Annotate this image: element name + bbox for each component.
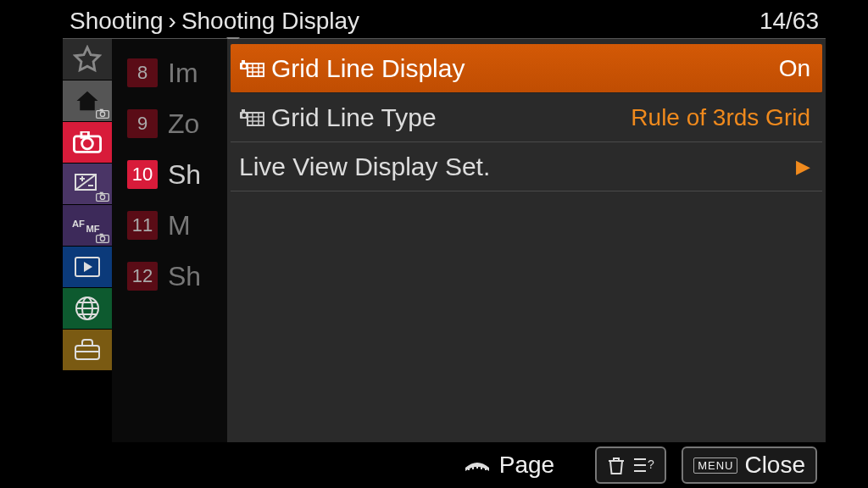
tab-setup[interactable] <box>63 330 112 370</box>
svg-point-21 <box>242 64 247 68</box>
setting-grid-line-display[interactable]: Grid Line Display On <box>231 44 822 93</box>
submenu-item[interactable]: 12 Sh <box>112 251 227 302</box>
breadcrumb-bar: Shooting › Shooting Display 14/63 <box>63 0 826 39</box>
camera-icon <box>96 191 109 202</box>
submenu-label: Zo <box>168 108 199 140</box>
breadcrumb-separator: › <box>169 8 176 35</box>
help-list-icon: ? <box>632 456 654 474</box>
settings-panel: Grid Line Display On Grid Line Type Rule… <box>227 39 826 442</box>
star-icon <box>73 45 102 74</box>
tab-exposure[interactable] <box>63 164 112 204</box>
camera-icon <box>73 131 102 153</box>
submenu-number: 12 <box>127 262 158 291</box>
breadcrumb-root[interactable]: Shooting <box>70 8 164 35</box>
setting-live-view-display[interactable]: Live View Display Set. ▶ <box>231 142 822 191</box>
camera-icon <box>96 108 109 119</box>
tab-focus[interactable]: AFMF <box>63 205 112 246</box>
setting-label: Grid Line Display <box>271 54 465 83</box>
svg-point-4 <box>82 138 93 149</box>
svg-point-8 <box>100 195 104 199</box>
svg-text:MF: MF <box>86 224 100 234</box>
help-button[interactable]: ? <box>595 446 666 484</box>
submenu-number: 8 <box>127 58 158 87</box>
setting-value: Rule of 3rds Grid <box>631 104 810 131</box>
tab-favorites[interactable] <box>63 39 112 80</box>
svg-text:?: ? <box>648 458 654 471</box>
page-counter: 14/63 <box>760 8 819 35</box>
trash-icon <box>607 455 626 475</box>
chevron-right-icon: ▶ <box>796 156 810 178</box>
submenu-label: Sh <box>168 159 201 191</box>
breadcrumb-current: Shooting Display <box>181 8 359 35</box>
category-tabs: AFMF <box>63 39 112 442</box>
setting-grid-line-type[interactable]: Grid Line Type Rule of 3rds Grid <box>231 93 822 142</box>
svg-rect-5 <box>81 131 89 137</box>
camera-grid-icon <box>239 106 264 130</box>
submenu-label: Im <box>168 58 198 89</box>
setting-label: Grid Line Type <box>271 103 437 132</box>
submenu-number: 11 <box>127 211 158 240</box>
tab-main[interactable] <box>63 80 112 121</box>
svg-point-13 <box>100 236 104 241</box>
camera-grid-icon <box>239 57 264 80</box>
tab-playback[interactable] <box>63 247 112 287</box>
svg-rect-19 <box>248 64 264 76</box>
submenu-item[interactable]: 9 Zo <box>112 98 227 149</box>
tab-network[interactable] <box>63 288 112 329</box>
page-hint: Page <box>460 452 554 479</box>
svg-text:AF: AF <box>72 219 85 229</box>
dial-icon <box>460 456 494 474</box>
close-button[interactable]: MENU Close <box>682 446 817 484</box>
play-icon <box>74 256 101 278</box>
svg-rect-2 <box>100 109 103 112</box>
close-label: Close <box>744 452 805 479</box>
submenu-number: 9 <box>127 109 158 138</box>
svg-rect-26 <box>242 109 245 112</box>
submenu-item[interactable]: 8 Im <box>112 47 227 98</box>
submenu-label: M <box>168 210 191 241</box>
setting-value: On <box>779 55 810 82</box>
svg-rect-14 <box>100 234 103 236</box>
submenu-number: 10 <box>127 160 158 189</box>
svg-point-25 <box>242 113 247 117</box>
svg-rect-9 <box>100 192 103 195</box>
footer-bar: Page ? MENU Close <box>63 442 826 488</box>
svg-rect-23 <box>248 113 264 125</box>
submenu-label: Sh <box>168 261 201 292</box>
globe-icon <box>74 295 101 322</box>
setting-label: Live View Display Set. <box>239 152 490 181</box>
tab-shooting[interactable] <box>63 122 112 163</box>
svg-rect-22 <box>242 60 245 63</box>
page-label: Page <box>499 452 554 479</box>
toolbox-icon <box>73 338 102 362</box>
menu-chip: MENU <box>693 458 737 474</box>
svg-point-1 <box>100 112 104 116</box>
camera-icon <box>96 233 109 243</box>
submenu-list: 8 Im 9 Zo 10 Sh 11 M 12 Sh <box>112 39 227 442</box>
submenu-item-active[interactable]: 10 Sh <box>112 149 227 200</box>
submenu-item[interactable]: 11 M <box>112 200 227 251</box>
